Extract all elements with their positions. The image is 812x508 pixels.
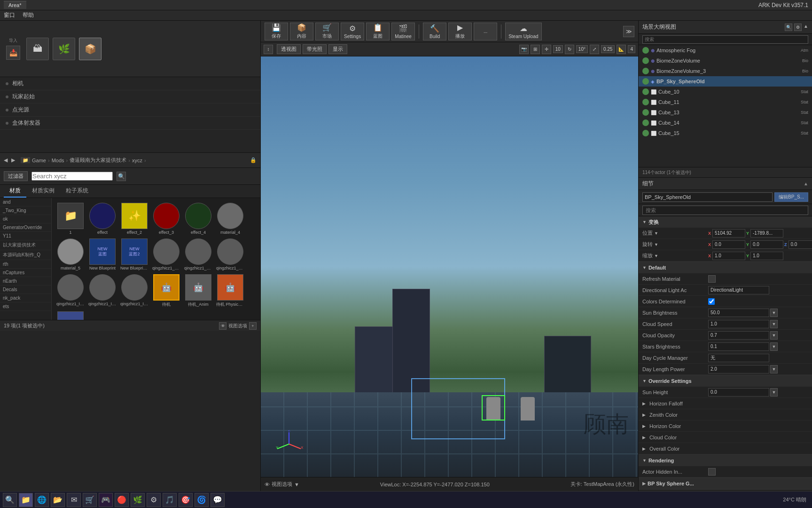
asset-folder[interactable]: 📁 1 <box>55 202 86 236</box>
sun-brightness-btn[interactable]: ▼ <box>770 309 778 317</box>
cb-breadcrumb-mods[interactable]: Mods <box>52 158 64 163</box>
horizon-falloff-row[interactable]: ▶ Horizon Falloff <box>639 398 812 409</box>
task-store[interactable]: 🛒 <box>83 493 97 507</box>
asset-inst12[interactable]: qingzhicz1_Inst_12 <box>87 273 117 309</box>
actor-pointlight[interactable]: 点光源 <box>0 103 260 117</box>
folder-and[interactable]: and <box>0 198 51 206</box>
day-length-input[interactable] <box>708 365 769 373</box>
asset-effect3[interactable]: effect_3 <box>151 202 181 236</box>
folder-y11[interactable]: Y11 <box>0 232 51 240</box>
task-unreal[interactable]: 🎮 <box>99 493 113 507</box>
layer-icon[interactable]: 📐 <box>617 45 626 54</box>
view-options[interactable]: 👁 <box>219 322 226 330</box>
cb-breadcrumb-tech[interactable]: 傻逼顾南为大家提供技术 <box>70 157 126 164</box>
filter-button[interactable]: 过滤器 <box>4 171 28 181</box>
outliner-settings-btn[interactable]: ⚙ <box>794 24 802 31</box>
play-button[interactable]: ▶ 播放 <box>448 23 472 40</box>
grid-icon[interactable]: ⊞ <box>531 45 540 54</box>
cb-breadcrumb-game[interactable]: Game <box>32 158 46 163</box>
scale-x[interactable] <box>712 252 745 260</box>
details-expand[interactable]: ▲ <box>804 181 808 186</box>
override-header[interactable]: ▼ Override Settings <box>639 375 812 387</box>
import-button[interactable]: 📥 <box>6 46 20 60</box>
zenith-color-row[interactable]: ▶ Zenith Color <box>639 409 812 421</box>
cb-folder-icon[interactable]: 📁 <box>21 157 30 163</box>
move-icon[interactable]: ✛ <box>542 45 551 54</box>
view-options-label[interactable]: 视图选项 <box>272 481 292 488</box>
asset-inst10[interactable]: qingzhicz1_2_Inst_10 <box>183 238 213 271</box>
blueprint-button[interactable]: 📋 蓝图 <box>366 23 390 40</box>
asset-daiji-physics[interactable]: 🤖 待机 Physics Asset <box>215 273 245 309</box>
toolbar-expand[interactable]: ≫ <box>623 26 634 37</box>
outliner-expand[interactable]: ▲ <box>804 24 808 31</box>
dir-light-input[interactable] <box>708 286 769 294</box>
day-length-btn[interactable]: ▼ <box>770 365 778 373</box>
settings-button[interactable]: ⚙ Settings <box>341 23 364 40</box>
outliner-search-input[interactable] <box>642 35 808 44</box>
horizon-color-row[interactable]: ▶ Horizon Color <box>639 421 812 432</box>
outliner-cube15[interactable]: ⬜ Cube_15 Stat <box>639 128 812 138</box>
colors-checkbox[interactable] <box>708 298 715 305</box>
build-button[interactable]: 🔨 Build <box>423 23 446 40</box>
bp-selector-input[interactable] <box>642 192 773 202</box>
camera-icon[interactable]: 📷 <box>519 45 529 54</box>
refresh-material-checkbox[interactable] <box>708 275 716 283</box>
content-button[interactable]: 📦 内容 <box>290 23 313 40</box>
cb-breadcrumb-xycz[interactable]: xycz <box>132 158 142 163</box>
asset-effect4[interactable]: effect_4 <box>183 202 213 236</box>
folder-captures[interactable]: nCaptures <box>0 269 51 277</box>
actor-camera[interactable]: 相机 <box>0 77 260 90</box>
outliner-search-btn[interactable]: 🔍 <box>785 24 792 31</box>
vp-move-tool[interactable]: ↕ <box>264 45 273 54</box>
rotate-icon[interactable]: ↻ <box>565 45 574 54</box>
outliner-cube10[interactable]: ⬜ Cube_10 Stat <box>639 87 812 97</box>
bpsky-header[interactable]: ▶ BP Sky Sphere G... <box>639 478 812 489</box>
folder-generator[interactable]: GeneratorOverride <box>0 223 51 232</box>
asset-material4[interactable]: material_4 <box>215 202 245 236</box>
asset-inst9[interactable]: qingzhicz1_2_Inst_9 <box>151 238 181 271</box>
task-edge[interactable]: 🌐 <box>35 493 49 507</box>
rot-x[interactable] <box>712 240 745 249</box>
task-mail[interactable]: ✉ <box>67 493 81 507</box>
tab-material-instance[interactable]: 材质实例 <box>26 185 60 198</box>
folder-earth[interactable]: nEarth <box>0 277 51 286</box>
asset-effect2[interactable]: ✨ effect_2 <box>119 202 149 236</box>
asset-inst102[interactable]: qingzhicz1_Inst_102 <box>119 273 149 309</box>
task-search[interactable]: 🔍 <box>3 493 17 507</box>
pos-y[interactable] <box>750 229 783 238</box>
pos-x[interactable] <box>712 229 745 238</box>
add-folder-btn[interactable]: + <box>249 322 257 330</box>
rot-y[interactable] <box>750 240 783 249</box>
hidden-checkbox[interactable] <box>708 468 716 476</box>
perspective-btn[interactable]: 透视图 <box>277 44 301 54</box>
show-btn[interactable]: 显示 <box>328 44 347 54</box>
actor-emitter[interactable]: 盒体射发器 <box>0 117 260 130</box>
cloud-opacity-input[interactable] <box>708 331 769 340</box>
rot-z[interactable] <box>789 240 812 249</box>
task-icon7[interactable]: 🌀 <box>195 493 209 507</box>
asset-tool[interactable]: 📦 <box>79 38 102 60</box>
cloud-opacity-btn[interactable]: ▼ <box>770 331 778 340</box>
overall-color-row[interactable]: ▶ Overall Color <box>639 443 812 454</box>
asset-skeleton[interactable]: 🤖 待机_Skeleton <box>55 310 86 320</box>
asset-daiji[interactable]: 🤖 待机 <box>151 273 181 309</box>
terrain-tool[interactable]: 🏔 <box>26 38 49 60</box>
steam-button[interactable]: ☁ Steam Upload <box>505 23 541 40</box>
cb-search-button[interactable]: 🔍 <box>117 172 126 181</box>
cloud-speed-input[interactable] <box>708 320 769 328</box>
asset-inst10b[interactable]: qingzhicz1_Inst_10 <box>55 273 86 309</box>
layer-val[interactable]: 4 <box>628 45 635 53</box>
folder-tech[interactable]: 以大家提供技术 <box>0 240 51 250</box>
task-icon5[interactable]: 🎵 <box>163 493 177 507</box>
rendering-header[interactable]: ▼ Rendering <box>639 455 812 466</box>
outliner-cube13[interactable]: ⬜ Cube_13 Stat <box>639 107 812 118</box>
market-button[interactable]: 🛒 市场 <box>315 23 339 40</box>
more-button[interactable]: ... <box>474 23 497 40</box>
angle-val[interactable]: 10° <box>576 45 588 53</box>
lighting-btn[interactable]: 带光照 <box>303 44 327 54</box>
matinee-button[interactable]: 🎬 Matinee <box>391 23 415 40</box>
menu-window[interactable]: 窗口 <box>4 11 15 19</box>
scale-val[interactable]: 0.25 <box>601 45 615 53</box>
viewport-canvas[interactable]: Z X Y 顾南 <box>261 56 638 477</box>
sun-height-input[interactable] <box>708 388 769 397</box>
